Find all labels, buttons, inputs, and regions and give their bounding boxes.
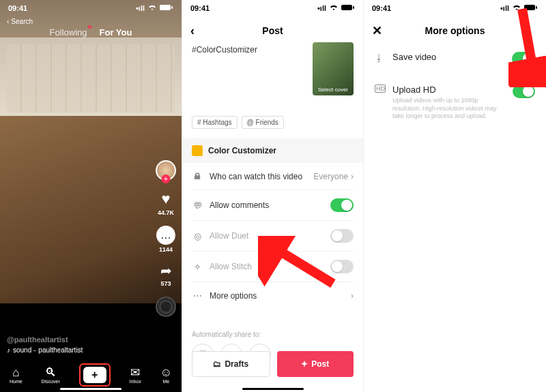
post-title: Post	[262, 25, 283, 36]
row-allow-comments[interactable]: 💬︎Allow comments	[192, 190, 354, 221]
avatar-icon: +	[156, 160, 176, 181]
status-indicators: •ıll	[500, 4, 538, 12]
nav-home[interactable]: ⌂Home	[10, 367, 23, 384]
status-indicators: •ıll	[136, 4, 173, 12]
sound-disc[interactable]	[156, 297, 176, 317]
drafts-label: Drafts	[225, 359, 248, 369]
sparkle-icon: ✦	[301, 359, 308, 369]
caption-input[interactable]: #ColorCustomizer	[192, 42, 307, 95]
feed-room	[0, 37, 182, 119]
row-allow-stitch[interactable]: ⟡Allow Stitch	[192, 252, 354, 282]
row-privacy[interactable]: 🔒︎Who can watch this video Everyone›	[192, 163, 354, 190]
post-label: Post	[311, 359, 329, 369]
sound-row[interactable]: ♪ sound - paulthealtartist	[7, 346, 83, 354]
svg-rect-5	[536, 6, 537, 9]
battery-icon	[160, 4, 173, 12]
right-rail: + ♥ 44.7K … 1144 ➦ 573	[156, 160, 176, 317]
select-cover[interactable]: Select cover	[313, 42, 354, 95]
toggle-stitch[interactable]	[330, 260, 354, 273]
nav-me[interactable]: ☺Me	[160, 367, 172, 384]
duet-icon: ◎	[192, 231, 203, 241]
row-save-video[interactable]: ⭳ Save video	[375, 42, 535, 75]
notification-dot-icon	[88, 25, 91, 29]
plus-icon: +	[91, 369, 98, 381]
signal-icon: •ıll	[500, 4, 509, 12]
row-upload-hd[interactable]: HD Upload HD Upload videos with up to 10…	[375, 75, 535, 130]
status-time: 09:41	[8, 4, 27, 12]
music-note-icon: ♪	[7, 346, 10, 354]
friends-pill[interactable]: @ Friends	[242, 116, 284, 129]
feed-tabs: Following For You	[0, 27, 182, 37]
row-more-options[interactable]: ⋯More options ›	[192, 282, 354, 309]
profile-avatar[interactable]: +	[156, 160, 176, 181]
app-section[interactable]: Color Customizer	[182, 138, 363, 163]
tab-foryou[interactable]: For You	[100, 27, 132, 37]
cover-label: Select cover	[318, 87, 348, 93]
toggle-upload-hd[interactable]	[513, 85, 535, 98]
nav-home-label: Home	[10, 379, 23, 384]
comments-label: Allow comments	[210, 200, 269, 210]
wifi-icon	[512, 4, 521, 12]
share-button[interactable]: ➦ 573	[160, 262, 172, 287]
phone-more-options: 09:41 •ıll ✕ More options ⭳ Save video H…	[364, 0, 546, 392]
nav-create[interactable]: +	[83, 367, 106, 383]
upload-hd-desc: Upload videos with up to 1080p resolutio…	[392, 97, 506, 121]
bottom-nav: ⌂Home 🔍︎Discover + ✉Inbox ☺Me	[0, 358, 182, 392]
share-count: 573	[160, 280, 171, 287]
comment-count: 1144	[159, 246, 173, 253]
toggle-save-video[interactable]	[512, 52, 535, 65]
share-label: Automatically share to:	[192, 331, 354, 338]
search-label: Search	[11, 18, 33, 25]
duet-label: Allow Duet	[210, 231, 248, 241]
like-count: 44.7K	[158, 209, 174, 216]
nav-inbox-label: Inbox	[130, 379, 141, 384]
post-content: #ColorCustomizer Select cover # Hashtags…	[182, 42, 363, 392]
svg-rect-0	[160, 5, 171, 10]
person-icon: ☺	[160, 367, 172, 378]
post-button[interactable]: ✦Post	[277, 351, 354, 377]
row-allow-duet[interactable]: ◎Allow Duet	[192, 221, 354, 252]
privacy-label: Who can watch this video	[210, 172, 302, 181]
svg-rect-3	[353, 6, 354, 9]
nav-inbox[interactable]: ✉Inbox	[130, 367, 141, 384]
home-icon: ⌂	[12, 367, 19, 378]
comment-icon: 💬︎	[192, 200, 203, 211]
toggle-duet[interactable]	[330, 229, 354, 243]
nav-me-label: Me	[162, 379, 169, 384]
status-indicators: •ıll	[317, 4, 355, 12]
tab-following-label: Following	[50, 27, 87, 37]
status-bar: 09:41 •ıll	[182, 4, 363, 12]
battery-icon	[341, 4, 355, 12]
save-video-label: Save video	[392, 52, 436, 62]
battery-icon	[524, 4, 538, 12]
hashtags-pill[interactable]: # Hashtags	[192, 116, 238, 129]
phone-post: 09:41 •ıll ‹ Post #ColorCustomizer Selec…	[182, 0, 364, 392]
more-icon: ⋯	[192, 290, 203, 301]
status-bar: 09:41 •ıll	[0, 4, 182, 12]
heart-icon: ♥	[161, 190, 170, 208]
disc-icon	[156, 297, 176, 317]
svg-rect-2	[341, 5, 352, 10]
more-content: ⭳ Save video HD Upload HD Upload videos …	[364, 42, 546, 392]
status-time: 09:41	[372, 4, 391, 12]
app-name: Color Customizer	[208, 146, 276, 155]
toggle-comments[interactable]	[330, 198, 354, 212]
username[interactable]: @paulthealtartist	[7, 335, 83, 344]
back-button[interactable]: ‹	[190, 24, 195, 38]
search-link[interactable]: ‹ Search	[7, 18, 33, 25]
home-indicator	[60, 388, 121, 390]
tab-following[interactable]: Following	[50, 27, 87, 37]
post-header: ‹ Post	[182, 19, 363, 42]
download-icon: ⭳	[375, 52, 386, 63]
hd-icon: HD	[375, 85, 386, 93]
phone-feed: 09:41 •ıll ‹ Search Following For You	[0, 0, 182, 392]
close-button[interactable]: ✕	[372, 23, 382, 38]
sound-prefix: sound -	[13, 346, 35, 354]
like-button[interactable]: ♥ 44.7K	[158, 190, 174, 216]
svg-rect-4	[524, 5, 535, 10]
comment-icon: …	[156, 226, 175, 245]
comment-button[interactable]: … 1144	[156, 226, 175, 253]
nav-discover[interactable]: 🔍︎Discover	[42, 367, 60, 384]
drafts-button[interactable]: 🗂︎Drafts	[192, 351, 270, 377]
svg-rect-1	[171, 6, 173, 9]
